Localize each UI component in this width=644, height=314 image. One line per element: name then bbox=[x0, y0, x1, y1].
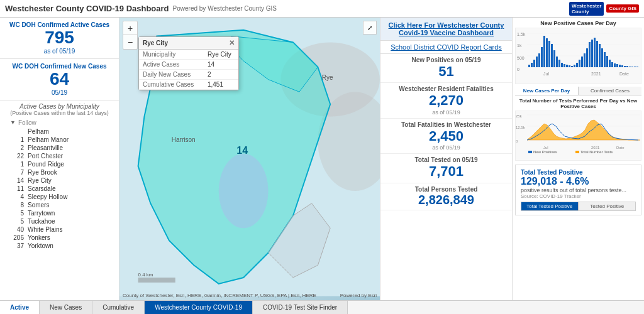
zoom-in-button[interactable]: + bbox=[123, 21, 137, 35]
svg-rect-30 bbox=[569, 65, 570, 67]
title-group: Westchester County COVID-19 Dashboard Po… bbox=[5, 4, 277, 13]
tpb-tab2[interactable]: Tested Positive bbox=[579, 202, 636, 211]
tab-new-cases[interactable]: New Cases bbox=[40, 301, 92, 314]
table-row: MunicipalityRye City bbox=[139, 50, 238, 60]
svg-rect-17 bbox=[536, 57, 538, 67]
chart1-title: New Positive Cases Per Day bbox=[515, 20, 641, 26]
svg-rect-16 bbox=[533, 60, 535, 67]
zoom-out-button[interactable]: − bbox=[123, 35, 137, 49]
svg-text:2021: 2021 bbox=[591, 72, 601, 76]
svg-rect-53 bbox=[626, 66, 628, 67]
expand-map-button[interactable]: ⤢ bbox=[363, 21, 377, 35]
confirmed-active-box: WC DOH Confirmed Active Cases 795 as of … bbox=[0, 18, 119, 59]
logo-area: WestchesterCounty County GIS bbox=[569, 2, 639, 16]
map-label-rye: Rye bbox=[322, 74, 333, 81]
map-label-14: 14 bbox=[236, 145, 248, 156]
svg-rect-42 bbox=[599, 44, 601, 67]
list-item: 1Pelham Manor bbox=[5, 136, 114, 144]
svg-rect-36 bbox=[584, 53, 586, 67]
app-title: Westchester County COVID-19 Dashboard bbox=[5, 4, 169, 13]
svg-rect-48 bbox=[614, 63, 616, 67]
list-item: 40White Plains bbox=[5, 225, 114, 234]
fatalities-total-label: Total Fatalities in Westchester bbox=[387, 121, 506, 128]
svg-text:Date: Date bbox=[619, 72, 629, 76]
svg-text:1.5k: 1.5k bbox=[517, 32, 526, 36]
muni-count: 7 bbox=[5, 169, 24, 176]
chart1-tab2[interactable]: Confirmed Cases bbox=[579, 87, 641, 95]
fatalities-resident-label: Westchester Resident Fatalities bbox=[387, 85, 506, 92]
tab-map-test-site[interactable]: COVID-19 Test Site Finder bbox=[253, 301, 348, 314]
fatalities-resident-number: 2,270 bbox=[387, 92, 506, 109]
popup-cell-value: 14 bbox=[204, 60, 238, 70]
fatalities-total-row: Total Fatalities in Westchester 2,450 as… bbox=[380, 119, 512, 154]
map-controls: + − bbox=[123, 21, 138, 50]
total-tested-number: 7,701 bbox=[387, 163, 506, 180]
muni-name: Tuckahoe bbox=[28, 218, 55, 225]
app-header: Westchester County COVID-19 Dashboard Po… bbox=[0, 0, 644, 18]
map-popup-header: Rye City ✕ bbox=[139, 37, 238, 50]
svg-rect-14 bbox=[528, 65, 530, 67]
muni-count: 1 bbox=[5, 161, 24, 168]
svg-rect-32 bbox=[574, 65, 575, 67]
list-item: 4Sleepy Hollow bbox=[5, 193, 114, 201]
chart1-tabs: New Cases Per Day Confirmed Cases bbox=[515, 87, 641, 95]
muni-count: 206 bbox=[5, 234, 24, 241]
main-content: WC DOH Confirmed Active Cases 795 as of … bbox=[0, 18, 644, 300]
total-positive-desc: positive results out of total persons te… bbox=[521, 187, 636, 193]
follow-row: ▼ Follow bbox=[5, 118, 114, 127]
svg-rect-38 bbox=[589, 42, 591, 67]
list-item: 2Pleasantville bbox=[5, 144, 114, 152]
muni-name: Pelham bbox=[28, 128, 49, 135]
school-link-box[interactable]: School District COVID Report Cards bbox=[380, 41, 512, 54]
muni-name: Tarrytown bbox=[28, 210, 55, 217]
muni-count: 11 bbox=[5, 185, 24, 192]
vaccine-dashboard-link[interactable]: Click Here For Westchester County Covid-… bbox=[389, 21, 504, 36]
svg-rect-31 bbox=[571, 66, 573, 67]
svg-rect-40 bbox=[594, 38, 596, 67]
svg-rect-71 bbox=[528, 151, 532, 153]
list-item: 11Scarsdale bbox=[5, 185, 114, 193]
map-popup-close-button[interactable]: ✕ bbox=[229, 39, 235, 47]
svg-rect-23 bbox=[551, 44, 553, 67]
chart1-tab1[interactable]: New Cases Per Day bbox=[515, 87, 579, 95]
muni-name: Rye City bbox=[28, 177, 52, 184]
confirmed-active-number: 795 bbox=[6, 28, 113, 48]
svg-point-3 bbox=[219, 154, 269, 228]
school-report-link[interactable]: School District COVID Report Cards bbox=[391, 43, 502, 51]
list-item: 5Tarrytown bbox=[5, 209, 114, 217]
total-positive-title: Total Tested Positive bbox=[521, 169, 636, 176]
map-label-harrison: Harrison bbox=[172, 136, 196, 143]
svg-text:25k: 25k bbox=[516, 114, 523, 118]
logo-gis: County GIS bbox=[606, 4, 639, 13]
popup-cell-value: 1,451 bbox=[204, 80, 238, 90]
right-stats-panel: Click Here For Westchester County Covid-… bbox=[380, 18, 512, 300]
svg-text:2021: 2021 bbox=[591, 146, 600, 149]
muni-count: 22 bbox=[5, 153, 24, 160]
vaccine-link-box[interactable]: Click Here For Westchester County Covid-… bbox=[380, 18, 512, 41]
fatalities-resident-date: as of 05/19 bbox=[387, 109, 506, 116]
map-footer-text: County of Westchester, Esri, HERE, Garmi… bbox=[123, 293, 316, 298]
svg-rect-22 bbox=[548, 41, 550, 67]
popup-cell-label: Municipality bbox=[139, 50, 204, 60]
svg-rect-57 bbox=[636, 67, 638, 67]
table-row: Active Cases14 bbox=[139, 60, 238, 70]
muni-count: 40 bbox=[5, 226, 24, 233]
persons-tested-number: 2,826,849 bbox=[387, 193, 506, 207]
tpb-tab1[interactable]: Total Tested Positive bbox=[521, 202, 579, 211]
confirmed-active-date: as of 05/19 bbox=[6, 48, 113, 55]
tab-map-covid[interactable]: Westchester County COVID-19 bbox=[145, 301, 253, 314]
svg-rect-49 bbox=[616, 64, 618, 67]
logo-westchester: WestchesterCounty bbox=[569, 2, 604, 16]
persons-tested-label: Total Persons Tested bbox=[387, 186, 506, 193]
muni-name: Port Chester bbox=[28, 153, 63, 160]
tab-cumulative[interactable]: Cumulative bbox=[92, 301, 145, 314]
new-positives-label: New Positives on 05/19 bbox=[387, 57, 506, 63]
total-positive-tabs: Total Tested Positive Tested Positive bbox=[521, 202, 636, 211]
svg-rect-56 bbox=[634, 67, 636, 67]
map-area: 0.4 km 14 Rye Harrison + − ⤢ Rye City ✕ bbox=[119, 18, 380, 300]
svg-rect-35 bbox=[581, 57, 583, 67]
list-item: Pelham bbox=[5, 127, 114, 136]
svg-rect-20 bbox=[543, 36, 545, 67]
svg-text:New Positives: New Positives bbox=[533, 150, 557, 154]
tab-active[interactable]: Active bbox=[0, 301, 40, 314]
